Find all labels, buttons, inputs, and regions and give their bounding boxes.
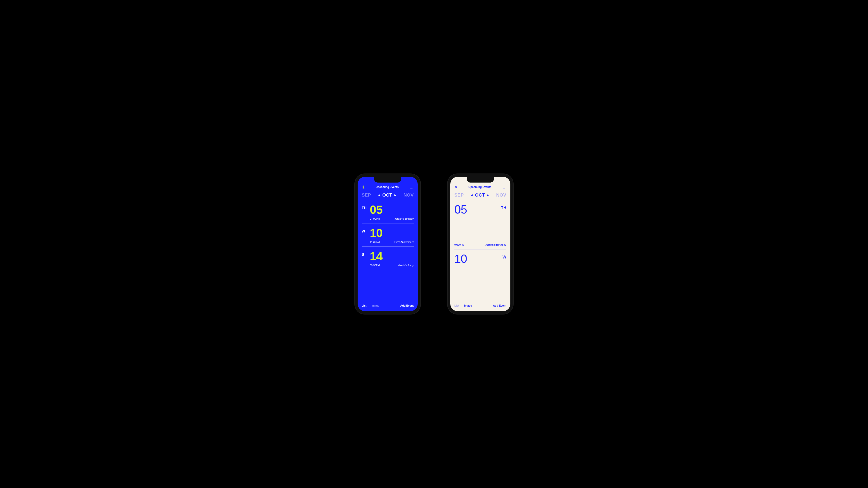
month-next-arrow-icon[interactable]: ▶ [487, 194, 489, 196]
view-list-button[interactable]: List [362, 304, 366, 307]
add-event-button[interactable]: Add Event [400, 304, 414, 307]
header-title: Upcoming Events [376, 186, 399, 189]
screen-list-view: Upcoming Events SEP ◀ OCT ▶ NOV TH 05 07… [358, 177, 418, 311]
event-title: Jordan's Birthday [485, 243, 506, 246]
view-image-button[interactable]: Image [464, 304, 472, 307]
event-time: 07:00PM [454, 243, 465, 246]
screen-image-view: Upcoming Events SEP ◀ OCT ▶ NOV 05 TH [450, 177, 510, 311]
event-row[interactable]: S 14 09:30PM Valerie's Party [362, 247, 414, 270]
event-card[interactable]: 10 W [454, 250, 506, 284]
prev-month[interactable]: SEP [454, 193, 464, 198]
view-list-button[interactable]: List [454, 304, 459, 307]
events-list: TH 05 07:00PM Jordan's Birthday W 10 11:… [358, 200, 418, 301]
month-prev-arrow-icon[interactable]: ◀ [471, 194, 473, 196]
event-day: 10 [454, 254, 467, 264]
app-header: Upcoming Events [358, 177, 418, 191]
month-next-arrow-icon[interactable]: ▶ [395, 194, 397, 196]
event-row[interactable]: TH 05 07:00PM Jordan's Birthday [362, 200, 414, 223]
event-day: 10 [370, 227, 414, 239]
phone-mockup-image: Upcoming Events SEP ◀ OCT ▶ NOV 05 TH [447, 174, 513, 314]
bottom-bar: List Image Add Event [450, 301, 510, 311]
events-cards: 05 TH 07:00PM Jordan's Birthday [450, 200, 510, 301]
next-month[interactable]: NOV [403, 193, 414, 198]
event-card[interactable]: 05 TH 07:00PM Jordan's Birthday [454, 200, 506, 250]
next-month[interactable]: NOV [496, 193, 506, 198]
event-time: 11:30AM [370, 240, 380, 243]
month-navigator: SEP ◀ OCT ▶ NOV [358, 191, 418, 200]
event-weekday: TH [362, 204, 370, 220]
event-day: 05 [454, 204, 467, 215]
current-month: OCT [382, 193, 392, 198]
month-prev-arrow-icon[interactable]: ◀ [378, 194, 380, 196]
month-navigator: SEP ◀ OCT ▶ NOV [450, 191, 510, 200]
event-title: Jordan's Birthday [395, 217, 414, 220]
current-month: OCT [475, 193, 485, 198]
logo-asterisk-icon[interactable] [454, 185, 458, 189]
add-event-button[interactable]: Add Event [493, 304, 506, 307]
event-weekday: W [362, 227, 370, 243]
phone-mockup-list: Upcoming Events SEP ◀ OCT ▶ NOV TH 05 07… [355, 174, 421, 314]
event-title: Valerie's Party [398, 264, 414, 267]
prev-month[interactable]: SEP [362, 193, 371, 198]
view-image-button[interactable]: Image [371, 304, 379, 307]
event-day: 14 [370, 250, 414, 262]
logo-asterisk-icon[interactable] [362, 185, 365, 189]
event-row[interactable]: W 10 11:30AM Eva's Anniversary [362, 223, 414, 247]
event-time: 09:30PM [370, 264, 380, 267]
app-header: Upcoming Events [450, 177, 510, 191]
event-title: Eva's Anniversary [394, 240, 414, 243]
bottom-bar: List Image Add Event [362, 301, 414, 311]
menu-icon[interactable] [409, 186, 414, 188]
event-weekday: S [362, 250, 370, 267]
event-weekday: TH [501, 204, 506, 210]
event-weekday: W [502, 254, 506, 260]
menu-icon[interactable] [502, 186, 506, 188]
header-title: Upcoming Events [468, 186, 491, 189]
event-time: 07:00PM [370, 217, 380, 220]
event-day: 05 [370, 204, 414, 216]
